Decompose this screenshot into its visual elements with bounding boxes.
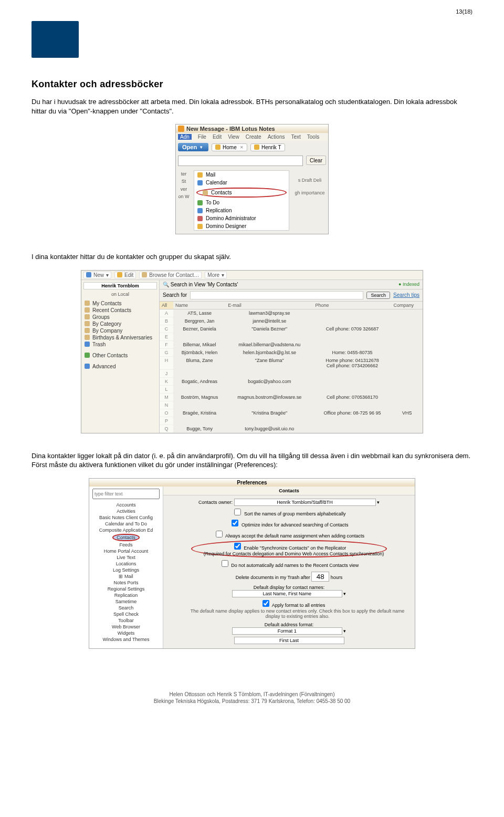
menu-todo[interactable]: To Do (194, 199, 289, 206)
search-tips[interactable]: Search tips (393, 292, 419, 298)
owner-select[interactable]: Henrik Tornblom/Staff/BTH (234, 499, 376, 506)
table-row[interactable]: OBragée, Kristina"Kristina Bragée" Offic… (160, 409, 423, 417)
tab-user[interactable]: Henrik T (250, 143, 285, 151)
search-button[interactable]: Search (366, 292, 390, 299)
col-phone[interactable]: Phone (313, 302, 391, 309)
clear-button[interactable]: Clear (306, 156, 326, 165)
side-mycontacts[interactable]: My Contacts (83, 300, 157, 307)
menu-contacts[interactable]: Contacts (200, 189, 284, 197)
tree-item[interactable]: Basic Notes Client Config (93, 514, 159, 521)
filter-input[interactable] (92, 489, 160, 499)
tree-item[interactable]: Composite Application Ed (93, 527, 159, 533)
tree-item[interactable]: Notes Ports (93, 580, 159, 586)
cb-accept[interactable] (216, 531, 223, 537)
tree-item[interactable]: Home Portal Account (93, 548, 159, 554)
tb-more[interactable]: More ▾ (205, 272, 227, 278)
tree-item[interactable]: Activities (93, 508, 159, 514)
contacts-icon (203, 190, 208, 195)
side-trash[interactable]: Trash (83, 341, 157, 348)
side-recent[interactable]: Recent Contacts (83, 307, 157, 314)
open-search-input[interactable] (178, 156, 303, 166)
disp-select[interactable]: Last Name, First Name (232, 590, 342, 597)
col-company[interactable]: Company (392, 302, 423, 309)
paragraph-2: I dina kontakter hittar du de kontakter … (32, 252, 472, 262)
table-row[interactable]: L (160, 385, 423, 393)
cb-sync[interactable] (234, 543, 241, 550)
col-name[interactable]: Name (173, 302, 226, 309)
tree-item[interactable]: Contacts (93, 533, 159, 542)
figure-preferences: Preferences Accounts Activities Basic No… (89, 478, 415, 649)
tb-browse[interactable]: Browse for Contact… (139, 272, 202, 278)
table-row[interactable]: P (160, 417, 423, 425)
tree-item[interactable]: Feeds (93, 542, 159, 548)
tree-item[interactable]: Live Text (93, 554, 159, 561)
menu-calendar[interactable]: Calendar (194, 179, 289, 187)
menu-text[interactable]: Text (291, 134, 300, 140)
table-row[interactable]: N (160, 401, 423, 409)
cb-apply[interactable] (262, 600, 269, 607)
tree-item[interactable]: Widgets (93, 630, 159, 636)
cb-norecent[interactable] (222, 560, 228, 567)
table-row[interactable]: E (160, 333, 423, 340)
menu-edit[interactable]: Edit (213, 134, 222, 140)
table-row[interactable]: FBillemar, Mikaelmikael.billemar@vadsten… (160, 340, 423, 348)
table-row[interactable]: AATS, Lasselawman3@spray.se (160, 309, 423, 317)
open-button[interactable]: Open (178, 143, 208, 151)
footer-line-1: Helen Ottosson och Henrik S Törnblom, IT… (32, 691, 472, 698)
table-row[interactable]: BBerggren, Janjanne@intelit.se (160, 317, 423, 325)
tree-item[interactable]: ⊞ Mail (93, 573, 159, 580)
side-other[interactable]: Other Contacts (83, 352, 157, 359)
tb-edit[interactable]: Edit (114, 272, 136, 278)
col-email[interactable]: E-mail (226, 302, 313, 309)
tree-item[interactable]: Windows and Themes (93, 636, 159, 643)
trash-hours-input[interactable] (311, 572, 329, 582)
tree-item[interactable]: Spell Check (93, 611, 159, 617)
menu-tools[interactable]: Tools (307, 134, 319, 140)
tree-item[interactable]: Calendar and To Do (93, 521, 159, 527)
menu-mail[interactable]: Mail (194, 171, 289, 179)
table-row[interactable]: QBugge, Tonytony.bugge@usit.uio.no (160, 425, 423, 432)
menu-create[interactable]: Create (246, 134, 261, 140)
side-advanced[interactable]: Advanced (83, 363, 157, 370)
tab-home[interactable]: Home ✕ (212, 143, 247, 151)
side-bycomp[interactable]: By Company (83, 327, 157, 334)
menu-domino-designer[interactable]: Domino Designer (194, 222, 289, 230)
home-icon (215, 144, 220, 150)
indexed-label: ● Indexed (398, 282, 419, 287)
menu-view[interactable]: View (228, 134, 239, 140)
cb-sort[interactable] (234, 509, 241, 515)
tree-item[interactable]: Log Settings (93, 567, 159, 573)
table-row[interactable]: HBluma, Zane"Zane Bluma" Home phone: 041… (160, 356, 423, 369)
tree-item[interactable]: Toolbar (93, 617, 159, 624)
on-local: on Local (83, 292, 157, 297)
tb-new[interactable]: New ▾ (83, 272, 111, 278)
tree-item[interactable]: Regional Settings (93, 586, 159, 592)
cb-optimize[interactable] (232, 520, 238, 526)
addr-select[interactable]: Format 1 (232, 627, 342, 635)
paragraph-3: Dina kontakter ligger lokalt på din dato… (32, 451, 472, 470)
tree-item[interactable]: Locations (93, 561, 159, 567)
side-birthdays[interactable]: Birthdays & Anniversaries (83, 334, 157, 341)
side-bycat[interactable]: By Category (83, 320, 157, 327)
tree-item[interactable]: Accounts (93, 502, 159, 508)
menu-domino-admin[interactable]: Domino Administrator (194, 214, 289, 222)
tree-item[interactable]: Sametime (93, 598, 159, 605)
side-groups[interactable]: Groups (83, 314, 157, 320)
admin-icon (197, 216, 203, 221)
designer-icon (197, 224, 203, 229)
company-icon (85, 328, 90, 333)
menu-actions[interactable]: Actions (268, 134, 285, 140)
tree-item[interactable]: Search (93, 605, 159, 611)
tree-item[interactable]: Replication (93, 592, 159, 598)
mail-icon (197, 172, 203, 178)
table-row[interactable]: KBogatic, Andreasbogatic@yahoo.com (160, 377, 423, 385)
menu-file[interactable]: File (198, 134, 206, 140)
table-row[interactable]: J (160, 369, 423, 377)
table-row[interactable]: MBoström, Magnusmagnus.bostrom@infoware.… (160, 393, 423, 401)
search-input[interactable] (190, 291, 363, 299)
table-row[interactable]: CBezner, Daniela"Daniela Bezner" Cell ph… (160, 325, 423, 333)
firstlast-box: First Last (234, 637, 344, 644)
menu-replication[interactable]: Replication (194, 206, 289, 214)
table-row[interactable]: GBjörnbäck, Helenhelen.bjornback@g.lst.s… (160, 348, 423, 356)
tree-item[interactable]: Web Browser (93, 624, 159, 630)
